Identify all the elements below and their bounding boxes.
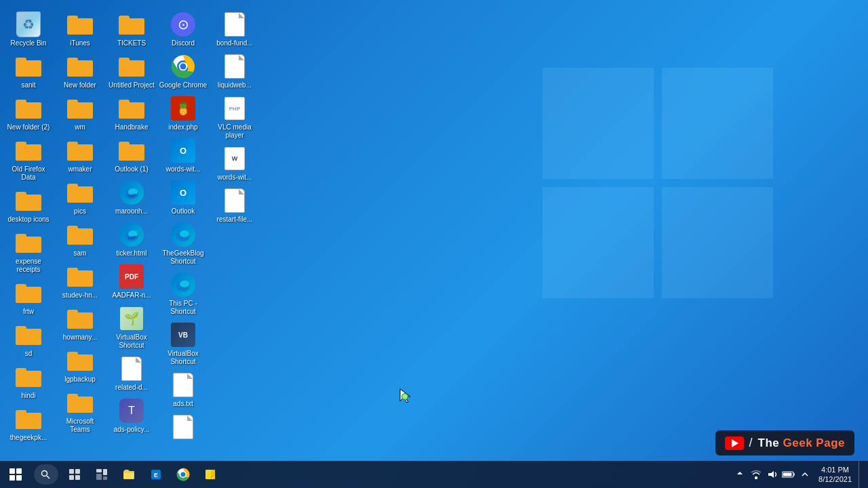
icon-related-d[interactable]: related-d... — [106, 352, 157, 394]
icon-microsoft-teams[interactable]: T ads-policy... — [106, 394, 157, 436]
widgets-icon — [96, 468, 108, 481]
icon-basic-vid[interactable]: Old Firefox Data — [3, 134, 54, 184]
system-clock[interactable]: 4:01 PM 8/12/2021 — [814, 461, 856, 488]
icon-hindi[interactable]: hindi — [3, 361, 54, 403]
geek-page-badge: / The Geek Page — [715, 430, 854, 455]
file-explorer-taskbar-button[interactable] — [115, 461, 142, 488]
icon-maroonh[interactable]: maroonh... — [106, 176, 157, 218]
svg-point-9 — [180, 230, 189, 237]
windows-logo-watermark — [542, 68, 773, 298]
taskbar: E — [0, 461, 868, 488]
widgets-button[interactable] — [88, 461, 115, 488]
svg-rect-17 — [75, 475, 80, 480]
icon-invoices-statements[interactable]: thegeekpk... — [3, 403, 54, 445]
svg-marker-29 — [737, 472, 743, 474]
svg-rect-21 — [103, 476, 107, 480]
icon-indexphp[interactable]: PHP VLC media player — [209, 92, 260, 142]
svg-point-12 — [42, 471, 47, 476]
file-explorer-icon — [123, 468, 135, 481]
icon-expense-receipts[interactable]: expense receipts — [3, 226, 54, 277]
icon-wm[interactable]: Handbrake — [106, 92, 157, 134]
icon-wmaker[interactable]: Outlook (1) — [106, 134, 157, 176]
svg-point-11 — [180, 281, 189, 287]
icon-studev-hn[interactable]: studev-hn... — [54, 260, 106, 302]
svg-rect-16 — [69, 475, 74, 480]
show-hidden-icons-button[interactable] — [733, 468, 747, 481]
icon-recycle-bin[interactable]: Recycle Bin — [3, 8, 54, 50]
notification-chevron-icon[interactable] — [798, 468, 812, 481]
icon-untitled-project[interactable]: Untitled Project — [106, 50, 157, 92]
icon-new-folder[interactable]: New folder — [54, 50, 106, 92]
svg-rect-32 — [793, 473, 795, 476]
icon-aadfar[interactable]: PDF AADFAR-n... — [106, 260, 157, 302]
task-view-button[interactable] — [61, 461, 88, 488]
icon-liquidweb[interactable]: liquidweb... — [209, 50, 260, 92]
chrome-taskbar-icon — [176, 468, 190, 481]
icon-pics[interactable]: pics — [54, 176, 106, 218]
volume-icon[interactable] — [766, 468, 779, 481]
start-icon — [9, 468, 22, 481]
icon-lgpbackup[interactable]: lgpbackup — [54, 344, 106, 386]
icon-ads-txt[interactable]: ads.txt — [157, 369, 209, 411]
svg-rect-20 — [103, 469, 107, 475]
network-icon[interactable] — [749, 468, 763, 481]
svg-point-3 — [128, 230, 138, 237]
icon-old-firefox-data[interactable]: wmaker — [54, 134, 106, 176]
icon-rj21-22[interactable]: sd — [3, 319, 54, 361]
icon-thegeekpk[interactable]: Microsoft Teams — [54, 386, 106, 436]
svg-line-13 — [47, 476, 50, 479]
icon-outlook[interactable]: O Outlook — [157, 176, 209, 218]
icon-outlook1[interactable]: O words-wit... — [157, 134, 209, 176]
svg-point-27 — [181, 472, 186, 477]
svg-rect-19 — [96, 474, 102, 480]
svg-text:E: E — [154, 472, 158, 479]
icon-howmany[interactable]: 🌱 VirtualBox Shortcut — [106, 302, 157, 352]
icon-sanit[interactable]: sanit — [3, 50, 54, 92]
icon-sam[interactable]: sam — [54, 218, 106, 260]
time-display: 4:01 PM — [821, 465, 849, 474]
desktop-icons-container: Recycle Bin sanit New folder (2) Old Fir… — [0, 5, 263, 466]
search-button[interactable] — [34, 464, 58, 485]
icon-virtualbox-shortcut[interactable]: VB VirtualBox Shortcut — [157, 319, 209, 369]
icon-bond-fund[interactable]: bond-fund... — [209, 8, 260, 50]
system-tray: 4:01 PM 8/12/2021 — [728, 461, 868, 488]
icon-restart-file[interactable]: restart-file... — [209, 184, 260, 226]
icon-tickerhtml[interactable]: ticker.html — [106, 218, 157, 260]
icon-sd[interactable]: howmany... — [54, 302, 106, 344]
pinned-app-1-icon: E — [150, 468, 162, 481]
task-view-icon — [68, 468, 81, 481]
svg-rect-30 — [755, 476, 757, 479]
svg-point-7 — [180, 64, 186, 70]
sticky-notes-taskbar-button[interactable] — [197, 461, 224, 488]
battery-icon[interactable] — [782, 468, 795, 481]
sticky-notes-icon — [204, 468, 216, 481]
icon-frtw[interactable]: frtw — [3, 277, 54, 319]
svg-point-1 — [128, 188, 138, 195]
svg-rect-22 — [124, 473, 134, 479]
icon-words-wit[interactable]: W words-wit... — [209, 142, 260, 184]
icon-handbrake[interactable]: 🍍 index.php — [157, 92, 209, 134]
svg-rect-14 — [69, 469, 74, 474]
icon-itunes[interactable]: iTunes — [54, 8, 106, 50]
icon-this-pc-shortcut[interactable]: This PC - Shortcut — [157, 268, 209, 319]
icon-akey[interactable]: New folder (2) — [3, 92, 54, 134]
search-icon — [41, 470, 50, 479]
svg-rect-33 — [783, 473, 792, 476]
icon-discord[interactable]: ⊙ Discord — [157, 8, 209, 50]
icon-thegeekblog-shortcut[interactable]: TheGeekBlog Shortcut — [157, 218, 209, 268]
icon-desktop-icons[interactable]: desktop icons — [3, 184, 54, 226]
taskbar-pinned-app-1[interactable]: E — [142, 461, 170, 488]
svg-rect-18 — [96, 469, 102, 472]
geek-page-text: The Geek Page — [758, 436, 845, 450]
icon-ads-policy[interactable] — [157, 411, 209, 445]
date-display: 8/12/2021 — [818, 474, 852, 484]
icon-new-folder-2[interactable]: wm — [54, 92, 106, 134]
icon-google-chrome[interactable]: Google Chrome — [157, 50, 209, 92]
show-desktop-button[interactable] — [859, 461, 863, 488]
start-button[interactable] — [0, 461, 31, 488]
chrome-taskbar-button[interactable] — [170, 461, 197, 488]
icon-tickets[interactable]: TICKETS — [106, 8, 157, 50]
geek-slash: / — [749, 436, 753, 450]
svg-rect-15 — [75, 469, 80, 474]
youtube-icon — [725, 436, 744, 450]
